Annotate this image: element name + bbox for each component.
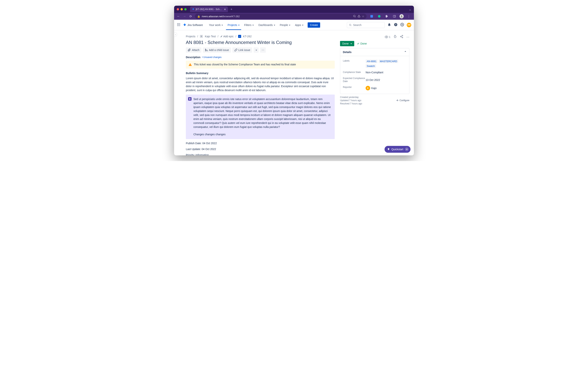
svg-point-17 — [402, 24, 403, 25]
link-issue-button[interactable]: Link issue — [232, 47, 252, 53]
lightbulb-icon — [387, 148, 390, 151]
back-button[interactable]: ← — [177, 15, 180, 18]
nav-projects[interactable]: Projects — [226, 20, 241, 30]
reporter-field[interactable]: Reporter KKajo — [343, 84, 407, 92]
extensions-menu-icon[interactable] — [384, 15, 389, 18]
help-icon[interactable]: ? — [394, 23, 398, 27]
address-bar[interactable]: 🔒 rivero.atlassian.net/browse/KT-262 ☆ — [195, 14, 367, 19]
add-child-button[interactable]: Add a child issue — [203, 47, 231, 53]
browser-profile-avatar[interactable] — [399, 14, 404, 18]
details-panel: Details ⌃ Labels AN-8081 MASTERCARD Swat… — [340, 48, 409, 94]
description-body[interactable]: Bulletin Summary Lorem ipsum dolor sit a… — [186, 71, 335, 155]
svg-point-8 — [177, 24, 178, 25]
last-update: Last Update: 04 Oct 2022 — [186, 147, 335, 151]
svg-point-11 — [177, 25, 178, 26]
new-tab-button[interactable]: + — [231, 8, 232, 11]
issue-actions-icon[interactable]: ⋯ — [406, 35, 409, 39]
svg-point-7 — [179, 23, 180, 24]
svg-rect-18 — [205, 49, 206, 50]
more-actions-button[interactable]: ⋯ — [260, 47, 266, 53]
info-panel: Sed ut perspiciatis unde omnis iste natu… — [186, 95, 335, 139]
bookmark-icon[interactable]: ☆ — [362, 15, 364, 18]
updated-timestamp: Updated 7 hours ago — [340, 99, 362, 102]
share-icon[interactable] — [357, 15, 360, 18]
issue-title[interactable]: AN 8081 - Scheme Announcement Winter is … — [186, 40, 335, 45]
tab-title: [KT-262] AN 8081 - Scheme A — [196, 8, 223, 11]
tab-overflow-icon[interactable]: ⌄ — [409, 8, 411, 11]
crumb-project[interactable]: Kajo Test — [205, 35, 216, 38]
nav-dashboards[interactable]: Dashboards — [257, 22, 277, 28]
labels-field[interactable]: Labels AN-8081 MASTERCARD Swatch — [343, 58, 407, 69]
nav-people[interactable]: People — [278, 22, 292, 28]
description-label: Description — [186, 56, 200, 59]
settings-icon[interactable] — [400, 23, 404, 27]
window-maximize-dot[interactable] — [184, 8, 187, 11]
browser-menu-icon[interactable]: ⋮ — [406, 15, 411, 18]
watch-icon[interactable]: 1 — [385, 35, 390, 39]
compliance-state-field[interactable]: Compliance State Non-Compliant — [343, 69, 407, 75]
svg-point-14 — [349, 24, 351, 26]
status-button[interactable]: Done — [340, 41, 354, 46]
vote-icon[interactable] — [393, 35, 397, 39]
browser-tab[interactable]: [KT-262] AN 8081 - Scheme A ✕ — [190, 6, 228, 12]
project-icon: R — [200, 35, 203, 38]
create-button[interactable]: Create — [308, 22, 320, 28]
label-tag[interactable]: MASTERCARD — [379, 60, 398, 63]
app-switcher-icon[interactable] — [177, 23, 180, 27]
svg-point-26 — [402, 35, 403, 36]
child-issue-icon — [205, 49, 208, 52]
reporter-avatar: K — [366, 86, 370, 90]
svg-point-13 — [179, 25, 180, 26]
svg-point-27 — [400, 36, 401, 37]
window-minimize-dot[interactable] — [180, 8, 183, 11]
svg-rect-23 — [189, 99, 190, 99]
tab-close-icon[interactable]: ✕ — [224, 8, 226, 11]
sidepanel-icon[interactable] — [392, 15, 397, 18]
summary-heading: Bulletin Summary — [186, 71, 335, 75]
link-dropdown-button[interactable] — [254, 47, 259, 53]
nav-your-work[interactable]: Your work — [207, 22, 225, 28]
svg-point-12 — [178, 25, 179, 26]
nav-apps[interactable]: Apps — [294, 22, 305, 28]
window-close-dot[interactable] — [177, 8, 179, 11]
jira-tab-icon — [192, 8, 195, 11]
configure-button[interactable]: Configure — [396, 96, 409, 105]
translate-icon[interactable] — [353, 15, 356, 18]
resolved-timestamp: Resolved 7 hours ago — [340, 102, 362, 105]
url-host: rivero.atlassian.net — [202, 15, 222, 18]
workflow-done-flag: Done — [357, 42, 367, 45]
expected-compliance-field[interactable]: Expected Compliance Date 13 Oct 2022 — [343, 75, 407, 84]
search-input[interactable]: Search — [347, 22, 385, 28]
created-timestamp: Created yesterday — [340, 96, 362, 98]
crumb-projects[interactable]: Projects — [186, 35, 196, 38]
attach-button[interactable]: Attach — [186, 47, 201, 53]
quickstart-close-icon[interactable]: ✕ — [405, 147, 409, 151]
share-issue-icon[interactable] — [400, 35, 403, 39]
user-avatar[interactable]: SW — [407, 23, 411, 27]
breadcrumb: Projects / R Kajo Test / Add epic / KT-2… — [186, 35, 335, 38]
details-toggle[interactable]: Details ⌃ — [340, 48, 409, 56]
extension-icon-2[interactable] — [377, 15, 382, 18]
add-epic-button[interactable]: Add epic — [220, 35, 234, 38]
nav-filters[interactable]: Filters — [243, 22, 255, 28]
svg-point-2 — [378, 15, 381, 18]
quickstart-button[interactable]: Quickstart ✕ — [385, 146, 410, 153]
label-tag[interactable]: AN-8081 — [366, 60, 378, 63]
svg-point-6 — [178, 23, 179, 24]
notifications-icon[interactable] — [387, 23, 391, 27]
label-tag[interactable]: Swatch — [366, 64, 376, 68]
svg-text:?: ? — [395, 23, 396, 26]
jira-logo[interactable]: Jira Software — [183, 23, 203, 27]
url-path: /browse/KT-262 — [222, 15, 240, 18]
publish-date: Publish Date: 04 Oct 2022 — [186, 141, 335, 145]
svg-point-4 — [401, 15, 402, 16]
alert-panel: This ticket was closed by the Scheme Com… — [186, 61, 335, 69]
svg-point-5 — [177, 23, 178, 24]
warning-icon — [189, 63, 192, 66]
extension-icon-1[interactable] — [369, 15, 374, 18]
reload-button[interactable]: ⟳ — [189, 15, 192, 18]
svg-point-25 — [386, 37, 387, 38]
crumb-issue-key[interactable]: KT-262 — [243, 35, 252, 38]
browser-toolbar: ← → ⟳ 🔒 rivero.atlassian.net/browse/KT-2… — [174, 13, 414, 20]
svg-rect-1 — [370, 15, 373, 18]
